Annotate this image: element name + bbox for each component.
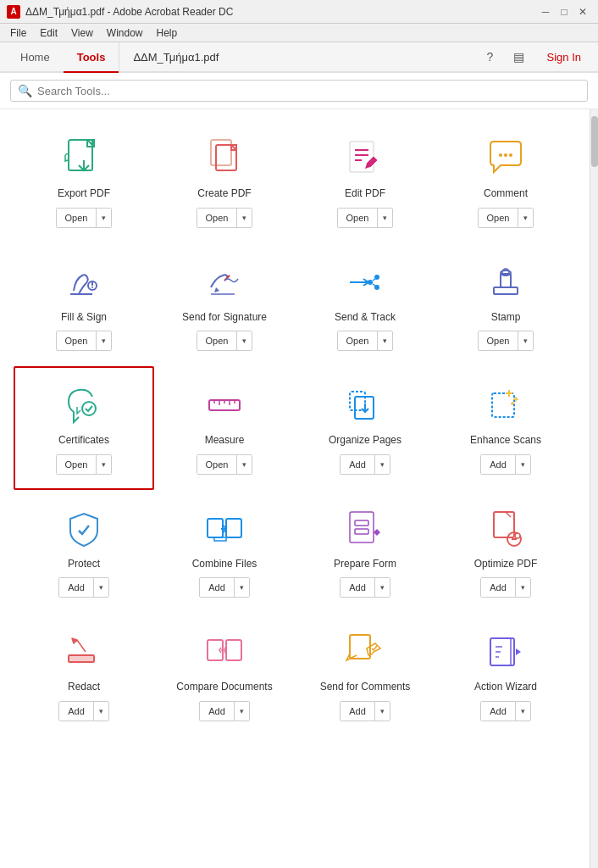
- tool-btn-combine-files[interactable]: Add: [200, 578, 234, 597]
- tool-btn-wrap-edit-pdf: Open▾: [337, 208, 394, 228]
- tool-btn-export-pdf[interactable]: Open: [57, 209, 97, 227]
- tool-btn-edit-pdf[interactable]: Open: [338, 209, 378, 227]
- menu-edit[interactable]: Edit: [33, 25, 64, 41]
- svg-rect-35: [492, 393, 514, 417]
- tool-btn-enhance-scans[interactable]: Add: [481, 455, 515, 474]
- tool-cell-enhance-scans[interactable]: Enhance ScansAdd▾: [435, 366, 576, 490]
- tool-label-measure: Measure: [205, 434, 245, 448]
- tool-btn-send-track[interactable]: Open: [338, 331, 378, 350]
- tool-cell-measure[interactable]: MeasureOpen▾: [154, 366, 295, 490]
- tool-cell-edit-pdf[interactable]: Edit PDFOpen▾: [295, 120, 435, 243]
- sign-in-button[interactable]: Sign In: [537, 47, 591, 67]
- window-title: ΔΔΜ_Τμήμα1.pdf - Adobe Acrobat Reader DC: [25, 6, 233, 18]
- tool-icon-protect: [58, 507, 109, 551]
- tool-btn-measure[interactable]: Open: [197, 455, 237, 474]
- tool-btn-arrow-certificates[interactable]: ▾: [96, 455, 111, 474]
- tool-cell-send-signature[interactable]: Send for SignatureOpen▾: [154, 243, 295, 367]
- tool-btn-arrow-comment[interactable]: ▾: [518, 209, 533, 227]
- tool-btn-organize-pages[interactable]: Add: [341, 455, 374, 474]
- tool-cell-certificates[interactable]: CertificatesOpen▾: [14, 366, 154, 490]
- svg-rect-47: [208, 640, 223, 660]
- tab-tools[interactable]: Tools: [64, 42, 119, 73]
- title-bar-left: A ΔΔΜ_Τμήμα1.pdf - Adobe Acrobat Reader …: [7, 5, 233, 19]
- tool-btn-create-pdf[interactable]: Open: [197, 209, 237, 227]
- tool-btn-arrow-fill-sign[interactable]: ▾: [96, 331, 111, 350]
- tool-cell-comment[interactable]: CommentOpen▾: [435, 120, 576, 243]
- help-icon[interactable]: ?: [479, 46, 501, 68]
- minimize-button[interactable]: ─: [537, 3, 554, 20]
- tool-btn-send-signature[interactable]: Open: [197, 331, 237, 350]
- scrollbar-track[interactable]: [590, 109, 598, 868]
- search-input[interactable]: [37, 85, 580, 97]
- svg-point-26: [82, 402, 96, 415]
- menu-window[interactable]: Window: [100, 25, 150, 41]
- tool-btn-certificates[interactable]: Open: [57, 455, 97, 474]
- app-icon: A: [7, 5, 20, 19]
- tool-btn-arrow-action-wizard[interactable]: ▾: [515, 702, 530, 721]
- tool-btn-fill-sign[interactable]: Open: [57, 331, 97, 350]
- tool-btn-protect[interactable]: Add: [59, 578, 93, 597]
- tool-label-protect: Protect: [68, 558, 100, 571]
- tool-btn-arrow-send-comments[interactable]: ▾: [374, 702, 390, 721]
- tool-btn-arrow-stamp[interactable]: ▾: [518, 331, 533, 350]
- svg-rect-2: [211, 140, 231, 165]
- tool-btn-arrow-redact[interactable]: ▾: [93, 702, 108, 721]
- tools-icon[interactable]: ▤: [508, 46, 530, 68]
- tool-cell-create-pdf[interactable]: Create PDFOpen▾: [154, 120, 295, 243]
- tool-btn-compare-documents[interactable]: Add: [200, 702, 234, 721]
- tool-cell-combine-files[interactable]: Combine FilesAdd▾: [154, 490, 295, 614]
- tool-label-redact: Redact: [68, 681, 100, 694]
- menu-file[interactable]: File: [3, 25, 33, 41]
- tool-btn-arrow-edit-pdf[interactable]: ▾: [377, 209, 392, 227]
- close-button[interactable]: ✕: [574, 3, 591, 20]
- tool-btn-redact[interactable]: Add: [59, 702, 93, 721]
- tool-btn-arrow-send-track[interactable]: ▾: [377, 331, 392, 350]
- svg-line-20: [373, 279, 375, 281]
- tool-btn-optimize-pdf[interactable]: Add: [481, 578, 515, 597]
- tab-open-file[interactable]: ΔΔΜ_Τμήμα1.pdf: [119, 42, 232, 71]
- tool-btn-wrap-action-wizard: Add▾: [480, 701, 531, 721]
- tool-icon-export-pdf: [58, 136, 109, 181]
- tool-btn-send-comments[interactable]: Add: [341, 702, 374, 721]
- tool-btn-prepare-form[interactable]: Add: [341, 578, 374, 597]
- tool-btn-action-wizard[interactable]: Add: [481, 702, 515, 721]
- tool-btn-arrow-protect[interactable]: ▾: [93, 578, 108, 597]
- restore-button[interactable]: □: [556, 3, 573, 20]
- tool-cell-action-wizard[interactable]: Action WizardAdd▾: [435, 613, 576, 737]
- tool-cell-prepare-form[interactable]: Prepare FormAdd▾: [295, 490, 435, 614]
- tool-btn-wrap-fill-sign: Open▾: [56, 331, 113, 351]
- tool-btn-arrow-prepare-form[interactable]: ▾: [374, 578, 390, 597]
- tools-area: Export PDFOpen▾ Create PDFOpen▾ Edit PDF…: [0, 109, 590, 868]
- tool-btn-arrow-optimize-pdf[interactable]: ▾: [515, 578, 530, 597]
- tool-cell-compare-documents[interactable]: Compare DocumentsAdd▾: [154, 613, 295, 737]
- tool-btn-arrow-export-pdf[interactable]: ▾: [96, 209, 111, 227]
- svg-point-44: [515, 533, 520, 538]
- tool-cell-optimize-pdf[interactable]: Optimize PDFAdd▾: [435, 490, 576, 614]
- tool-btn-arrow-enhance-scans[interactable]: ▾: [515, 455, 530, 474]
- tool-btn-stamp[interactable]: Open: [479, 331, 518, 350]
- scrollbar-thumb[interactable]: [591, 116, 598, 167]
- tool-icon-organize-pages: [340, 383, 390, 427]
- tool-btn-arrow-compare-documents[interactable]: ▾: [234, 702, 249, 721]
- tool-btn-arrow-send-signature[interactable]: ▾: [236, 331, 252, 350]
- tool-cell-send-track[interactable]: Send & TrackOpen▾: [295, 243, 435, 367]
- menu-help[interactable]: Help: [150, 25, 185, 41]
- tool-btn-comment[interactable]: Open: [479, 209, 518, 227]
- tool-cell-fill-sign[interactable]: Fill & SignOpen▾: [14, 243, 154, 367]
- tool-btn-arrow-combine-files[interactable]: ▾: [234, 578, 249, 597]
- tool-btn-wrap-export-pdf: Open▾: [56, 208, 113, 228]
- menu-view[interactable]: View: [64, 25, 100, 41]
- tool-cell-protect[interactable]: ProtectAdd▾: [14, 490, 154, 614]
- tab-home[interactable]: Home: [7, 42, 64, 73]
- tool-cell-stamp[interactable]: StampOpen▾: [435, 243, 576, 367]
- tool-btn-arrow-measure[interactable]: ▾: [236, 455, 252, 474]
- tool-cell-send-comments[interactable]: Send for CommentsAdd▾: [295, 613, 435, 737]
- tool-btn-arrow-organize-pages[interactable]: ▾: [374, 455, 390, 474]
- tool-cell-redact[interactable]: RedactAdd▾: [14, 613, 154, 737]
- tool-btn-arrow-create-pdf[interactable]: ▾: [236, 209, 252, 227]
- tab-bar: Home Tools ΔΔΜ_Τμήμα1.pdf ? ▤ Sign In: [0, 42, 598, 73]
- tool-cell-export-pdf[interactable]: Export PDFOpen▾: [14, 120, 154, 243]
- svg-point-14: [91, 287, 93, 288]
- tool-cell-organize-pages[interactable]: Organize PagesAdd▾: [295, 366, 435, 490]
- tool-icon-fill-sign: [58, 260, 109, 304]
